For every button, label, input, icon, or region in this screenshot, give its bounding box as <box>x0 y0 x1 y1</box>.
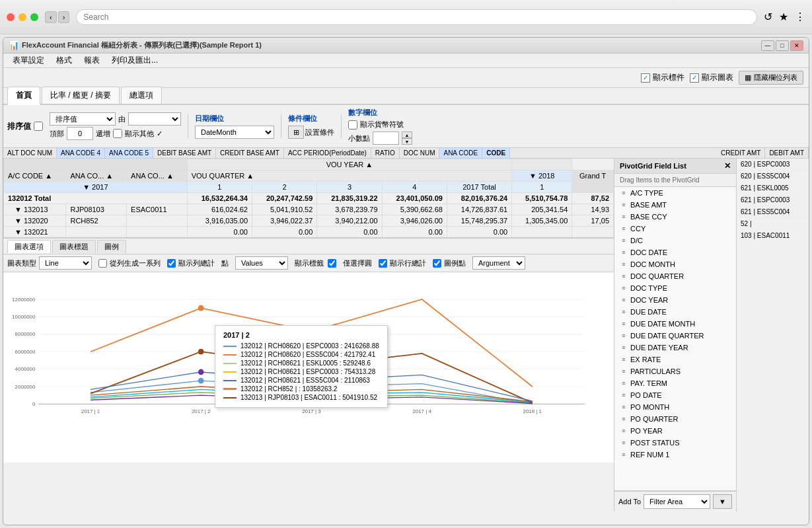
chart-tab-options[interactable]: 圖表選項 <box>7 240 51 253</box>
win-close[interactable]: ✕ <box>790 40 803 51</box>
sort-value-select[interactable]: 排序值 <box>50 112 116 126</box>
col-credit-base[interactable]: CREDIT BASE AMT <box>216 148 284 158</box>
field-label: BASE CCY <box>630 213 667 221</box>
th-q1-2018: 1 <box>512 182 572 193</box>
field-item-po-date[interactable]: ≡ PO DATE <box>614 389 736 401</box>
maximize-button[interactable] <box>30 13 38 21</box>
col-alt-doc-num[interactable]: ALT DOC NUM <box>3 148 57 158</box>
win-maximize[interactable]: □ <box>776 40 789 51</box>
pivot-chart-area: VOU YEAR ▲ A/C CODE ▲ ANA CO... ▲ ANA CO… <box>3 159 614 511</box>
field-item-ccy[interactable]: ≡ CCY <box>614 223 736 235</box>
field-item-doc-type[interactable]: ≡ DOC TYPE <box>614 282 736 294</box>
col-code[interactable]: CODE <box>482 148 510 158</box>
col-debit-amt[interactable]: DEBIT AMT <box>765 148 809 158</box>
th-ac-code[interactable]: A/C CODE ▲ <box>4 170 66 182</box>
col-doc-num[interactable]: DOC NUM <box>400 148 440 158</box>
field-item-po-month[interactable]: ≡ PO MONTH <box>614 401 736 413</box>
star-icon[interactable]: ★ <box>779 11 788 23</box>
show-col-total-checkbox[interactable] <box>167 259 176 268</box>
search-input[interactable] <box>76 9 757 25</box>
menu-form-settings[interactable]: 表單設定 <box>7 54 50 67</box>
argument-select[interactable]: Argument <box>472 256 525 270</box>
tab-home[interactable]: 首頁 <box>7 87 40 105</box>
col-ratio[interactable]: RATIO <box>371 148 400 158</box>
tooltip-row-3: 132012 | RCH08621 | ESPC0003 : 754313.28 <box>223 367 379 376</box>
field-icon: ≡ <box>620 415 628 423</box>
show-labels-checkbox[interactable] <box>328 259 336 268</box>
tooltip-row-2: 132012 | RCH08621 | ESKL0005 : 529248.6 <box>223 359 379 367</box>
menu-icon[interactable]: ⋮ <box>795 11 805 23</box>
field-icon: ≡ <box>620 237 628 245</box>
chart-tab-legend[interactable]: 圖例 <box>97 240 126 253</box>
area-select[interactable]: Filter Area <box>644 494 710 509</box>
field-item-due-date[interactable]: ≡ DUE DATE <box>614 306 736 318</box>
show-header-checkbox[interactable] <box>641 73 650 83</box>
chart-type-select[interactable]: Line <box>39 256 92 270</box>
field-item-base-amt[interactable]: ≡ BASE AMT <box>614 199 736 211</box>
pivot-list-button[interactable]: ▦ 隱藏欄位列表 <box>739 71 803 85</box>
sort-from-select[interactable] <box>128 112 181 126</box>
col-debit-base[interactable]: DEBIT BASE AMT <box>153 148 216 158</box>
forward-button[interactable]: › <box>58 11 70 23</box>
field-label: DOC TYPE <box>630 284 667 292</box>
field-item-doc-quarter[interactable]: ≡ DOC QUARTER <box>614 270 736 282</box>
decimal-input[interactable]: 2 <box>373 132 399 145</box>
win-minimize[interactable]: — <box>761 40 774 51</box>
col-ana-code[interactable]: ANA CODE <box>439 148 482 158</box>
menu-print[interactable]: 列印及匯出... <box>106 54 163 67</box>
col-ana-code4[interactable]: ANA CODE 4 <box>57 148 105 158</box>
currency-checkbox[interactable] <box>348 120 357 130</box>
field-item-dc[interactable]: ≡ D/C <box>614 235 736 246</box>
field-item-particulars[interactable]: ≡ PARTICULARS <box>614 365 736 377</box>
menu-format[interactable]: 格式 <box>51 54 77 67</box>
th-ana2[interactable]: ANA CO... ▲ <box>127 170 188 182</box>
col-ana-code5[interactable]: ANA CODE 5 <box>105 148 153 158</box>
show-row-total-checkbox[interactable] <box>379 259 387 268</box>
field-item-ac-type[interactable]: ≡ A/C TYPE <box>614 187 736 199</box>
refresh-icon[interactable]: ↺ <box>764 11 772 23</box>
divider2 <box>281 114 281 138</box>
field-item-po-quarter[interactable]: ≡ PO QUARTER <box>614 413 736 425</box>
field-item-doc-date[interactable]: ≡ DOC DATE <box>614 246 736 258</box>
chart-tab-title[interactable]: 圖表標題 <box>52 240 96 253</box>
field-item-ref-num[interactable]: ≡ REF NUM 1 <box>614 449 736 461</box>
field-item-due-date-year[interactable]: ≡ DUE DATE YEAR <box>614 342 736 354</box>
values-select[interactable]: Values <box>235 256 288 270</box>
generate-series-checkbox[interactable] <box>98 259 107 268</box>
field-item-base-ccy[interactable]: ≡ BASE CCY <box>614 211 736 223</box>
field-item-due-date-month[interactable]: ≡ DUE DATE MONTH <box>614 318 736 330</box>
minimize-button[interactable] <box>18 13 26 21</box>
field-item-pay-term[interactable]: ≡ PAY. TERM <box>614 377 736 389</box>
th-ana1[interactable]: ANA CO... ▲ <box>66 170 127 182</box>
tab-options[interactable]: 總選項 <box>121 87 162 104</box>
field-item-ex-rate[interactable]: ≡ EX RATE <box>614 354 736 365</box>
step-checkbox[interactable] <box>113 129 122 138</box>
col-credit-amt[interactable]: CREDIT AMT <box>717 148 765 158</box>
field-icon: ≡ <box>620 320 628 328</box>
bottom-input[interactable] <box>67 127 93 140</box>
pivot-table-container[interactable]: VOU YEAR ▲ A/C CODE ▲ ANA CO... ▲ ANA CO… <box>3 159 614 238</box>
field-item-po-year[interactable]: ≡ PO YEAR <box>614 425 736 437</box>
field-label: DOC QUARTER <box>630 272 684 280</box>
menu-report[interactable]: 報表 <box>79 54 105 67</box>
close-button[interactable] <box>7 13 15 21</box>
spin-up[interactable]: ▲ <box>402 132 412 138</box>
tab-ratio[interactable]: 比率 / 艦更 / 摘要 <box>42 87 120 104</box>
field-item-post-status[interactable]: ≡ POST STATUS <box>614 437 736 449</box>
spin-down[interactable]: ▼ <box>402 138 412 145</box>
add-to-button[interactable]: ▼ <box>713 494 732 509</box>
back-button[interactable]: ‹ <box>45 11 57 23</box>
show-chart-checkbox[interactable] <box>690 73 699 83</box>
date-field-select[interactable]: DateMonth <box>195 126 274 139</box>
field-list-footer: Add To Filter Area ▼ <box>614 491 736 511</box>
field-list-close-btn[interactable]: ✕ <box>724 161 731 170</box>
field-item-doc-year[interactable]: ≡ DOC YEAR <box>614 294 736 306</box>
field-item-due-date-quarter[interactable]: ≡ DUE DATE QUARTER <box>614 330 736 342</box>
legend-dot-checkbox[interactable] <box>433 259 441 268</box>
col-acc-period[interactable]: ACC PERIOD(PeriodDate) <box>284 148 371 158</box>
cell-ana2: ESAC0011 <box>127 204 188 215</box>
field-list-items[interactable]: ≡ A/C TYPE ≡ BASE AMT ≡ BASE CCY ≡ CCY <box>614 187 736 491</box>
cond-icon-btn[interactable]: ⊞ <box>288 126 304 139</box>
sort-checkbox[interactable] <box>34 122 43 131</box>
field-item-doc-month[interactable]: ≡ DOC MONTH <box>614 258 736 270</box>
